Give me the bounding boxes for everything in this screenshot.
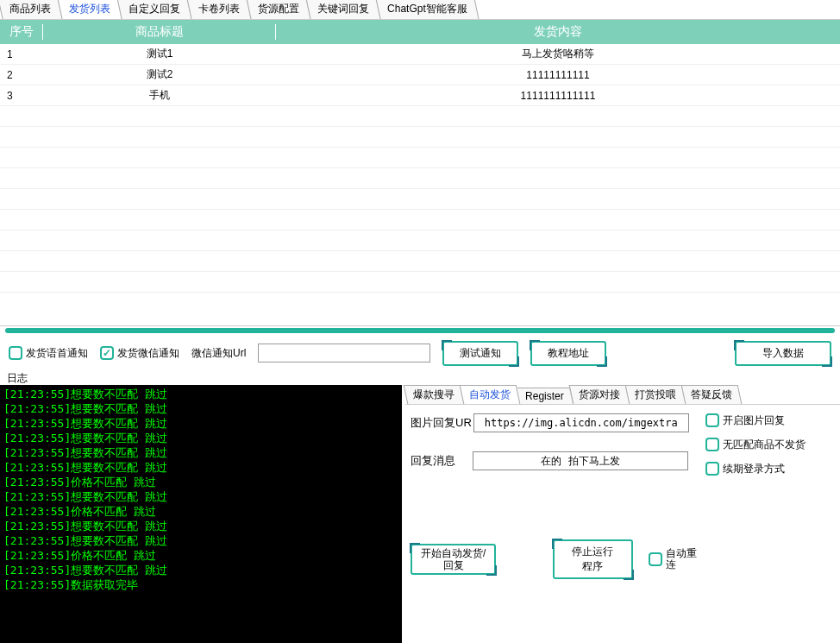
tab-keyword-reply[interactable]: 关键词回复: [305, 0, 380, 19]
wx-url-input[interactable]: [258, 344, 430, 362]
checkbox-icon: [705, 413, 719, 427]
checkbox-icon: [9, 346, 22, 360]
check-no-match-skip[interactable]: 无匹配商品不发货: [705, 438, 835, 451]
top-tab-strip: 商品列表 发货列表 自定义回复 卡卷列表 货源配置 关键词回复 ChatGpt智…: [0, 0, 840, 19]
divider: [5, 328, 835, 333]
checkbox-icon: ✓: [100, 346, 114, 360]
table-row[interactable]: 3 手机 1111111111111: [0, 85, 840, 106]
subtab-auto-ship[interactable]: 自动发货: [460, 385, 521, 404]
sub-tab-strip: 爆款搜寻 自动发货 Register 货源对接 打赏投喂 答疑反馈: [405, 385, 840, 404]
checkbox-icon: [705, 462, 719, 476]
tab-card-list[interactable]: 卡卷列表: [186, 0, 251, 19]
start-auto-button[interactable]: 开始自动发货/回复: [411, 544, 496, 575]
tab-product-list[interactable]: 商品列表: [0, 0, 63, 19]
check-enable-img[interactable]: 开启图片回复: [705, 413, 835, 427]
check-speak-first[interactable]: 发货语首通知: [9, 346, 88, 360]
img-reply-label: 图片回复UR: [411, 415, 472, 431]
tutorial-button[interactable]: 教程地址: [530, 341, 606, 366]
subtab-register[interactable]: Register: [516, 388, 574, 404]
options-bar: 发货语首通知 ✓ 发货微信通知 微信通知Url 测试通知 教程地址 导入数据: [0, 335, 840, 371]
tab-chatgpt[interactable]: ChatGpt智能客服: [375, 0, 479, 19]
subtab-hot-search[interactable]: 爆款搜寻: [404, 385, 465, 404]
check-wx-notify[interactable]: ✓ 发货微信通知: [100, 346, 179, 360]
import-data-button[interactable]: 导入数据: [735, 341, 831, 366]
subtab-faq[interactable]: 答疑反馈: [680, 385, 742, 404]
img-reply-input[interactable]: [473, 413, 689, 432]
checkbox-icon: [649, 552, 662, 566]
log-label: 日志: [0, 371, 840, 385]
lower-pane: [21:23:55]想要数不匹配 跳过 [21:23:55]想要数不匹配 跳过 …: [0, 385, 840, 643]
right-panel: 爆款搜寻 自动发货 Register 货源对接 打赏投喂 答疑反馈 图片回复UR…: [402, 385, 840, 643]
check-login-mode[interactable]: 续期登录方式: [705, 462, 835, 476]
col-content[interactable]: 发货内容: [276, 24, 840, 40]
col-seq[interactable]: 序号: [0, 24, 43, 40]
grid-body[interactable]: 1 测试1 马上发货咯稍等 2 测试2 11111111111 3 手机 111…: [0, 44, 840, 325]
tab-source-config[interactable]: 货源配置: [246, 0, 310, 19]
stop-run-button[interactable]: 停止运行程序: [553, 539, 633, 579]
shipping-grid: 序号 商品标题 发货内容 1 测试1 马上发货咯稍等 2 测试2 1111111…: [0, 19, 840, 326]
check-auto-reconnect[interactable]: 自动重连: [649, 548, 697, 571]
table-row[interactable]: 1 测试1 马上发货咯稍等: [0, 44, 840, 65]
wx-url-label: 微信通知Url: [191, 346, 246, 361]
tab-shipping-list[interactable]: 发货列表: [57, 0, 122, 19]
col-title[interactable]: 商品标题: [43, 24, 276, 40]
tab-custom-reply[interactable]: 自定义回复: [116, 0, 191, 19]
reply-msg-input[interactable]: [473, 451, 688, 470]
table-row[interactable]: 2 测试2 11111111111: [0, 65, 840, 85]
reply-msg-label: 回复消息: [411, 453, 455, 469]
subtab-source-dock[interactable]: 货源对接: [568, 385, 630, 404]
checkbox-icon: [705, 438, 719, 451]
grid-header: 序号 商品标题 发货内容: [0, 20, 840, 44]
test-notify-button[interactable]: 测试通知: [442, 341, 518, 366]
log-console[interactable]: [21:23:55]想要数不匹配 跳过 [21:23:55]想要数不匹配 跳过 …: [0, 385, 402, 643]
subtab-donate[interactable]: 打赏投喂: [624, 385, 686, 404]
right-panel-body: 图片回复UR 回复消息 开始自动发货/回复 停止运行程序 自动重连: [405, 404, 840, 643]
